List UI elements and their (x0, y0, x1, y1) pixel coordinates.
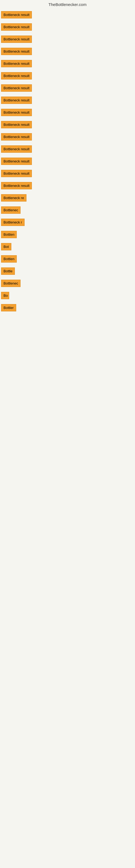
bottleneck-badge[interactable]: Bottleneck result (1, 60, 32, 67)
list-item: Bottleneck result (1, 35, 135, 43)
list-item: Bottleneck result (1, 23, 135, 31)
bottleneck-badge[interactable]: Bottleneck re (1, 194, 27, 202)
bottleneck-badge[interactable]: Bottle (1, 268, 15, 275)
list-item: Bottler (1, 304, 135, 311)
bottleneck-badge[interactable]: Bottleneck result (1, 97, 32, 104)
bottleneck-badge[interactable]: Bottleneck result (1, 11, 32, 19)
bottleneck-badge[interactable]: Bottler (1, 304, 16, 311)
list-item: Bottlen (1, 255, 135, 262)
list-item: Bottleneck result (1, 48, 135, 55)
list-item: Bottleneck result (1, 133, 135, 141)
bottleneck-badge[interactable]: Bottleneck result (1, 158, 32, 165)
list-item: Bottleneck result (1, 84, 135, 92)
bottleneck-badge[interactable]: Bottleneck result (1, 182, 32, 189)
site-title: TheBottlenecker.com (0, 0, 135, 10)
list-item: Bottleneck result (1, 145, 135, 153)
bottleneck-badge[interactable]: Bottlenec (1, 280, 20, 287)
list-item: Bottle (1, 268, 135, 275)
list-item: Bottleneck r (1, 219, 135, 226)
bottleneck-badge[interactable]: Bottlenec (1, 207, 20, 214)
list-item: Bottleneck result (1, 182, 135, 189)
bottleneck-badge[interactable]: Bottleneck result (1, 23, 32, 31)
bottleneck-badge[interactable]: Bottlen (1, 231, 17, 238)
bottleneck-badge[interactable]: Bottleneck result (1, 121, 32, 128)
list-item: Bottlenec (1, 207, 135, 214)
list-item: Bo (1, 292, 135, 299)
bottleneck-badge[interactable]: Bottleneck r (1, 219, 25, 226)
bottleneck-badge[interactable]: Bottleneck result (1, 145, 32, 153)
bottleneck-badge[interactable]: Bottleneck result (1, 72, 32, 80)
list-item: Bottleneck result (1, 97, 135, 104)
list-item: Bottleneck result (1, 11, 135, 19)
list-item: Bottleneck result (1, 158, 135, 165)
bottleneck-badge[interactable]: Bot (1, 243, 11, 250)
list-item: Bottlenec (1, 280, 135, 287)
list-item: Bottleneck result (1, 60, 135, 67)
bottleneck-badge[interactable]: Bottleneck result (1, 35, 32, 43)
list-item: Bottleneck result (1, 109, 135, 116)
bottleneck-badge[interactable]: Bottleneck result (1, 84, 32, 92)
list-item: Bottlen (1, 231, 135, 238)
bottleneck-badge[interactable]: Bottleneck result (1, 170, 32, 177)
list-item: Bottleneck result (1, 121, 135, 128)
list-item: Bottleneck re (1, 194, 135, 202)
list-item: Bot (1, 243, 135, 250)
list-item: Bottleneck result (1, 170, 135, 177)
list-item: Bottleneck result (1, 72, 135, 80)
bottleneck-badge[interactable]: Bottleneck result (1, 48, 32, 55)
bottleneck-badge[interactable]: Bottlen (1, 255, 17, 262)
bottleneck-badge[interactable]: Bottleneck result (1, 109, 32, 116)
items-container: Bottleneck resultBottleneck resultBottle… (0, 10, 135, 311)
bottleneck-badge[interactable]: Bottleneck result (1, 133, 32, 141)
bottleneck-badge[interactable]: Bo (1, 292, 9, 299)
